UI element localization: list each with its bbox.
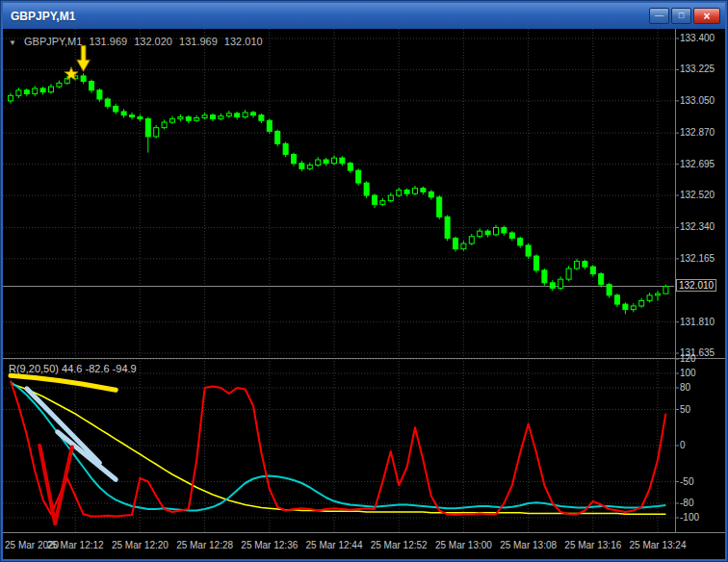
price-tick-label: 132.165: [680, 253, 715, 264]
ohlc-info[interactable]: ▼ GBPJPY,M1 131.969 132.020 131.969 132.…: [9, 36, 267, 47]
time-tick-label: 25 Mar 13:24: [630, 540, 687, 550]
time-tick-label: 25 Mar 12:20: [112, 540, 169, 550]
window-controls: — □ ×: [649, 8, 725, 24]
price-tick-label: 132.695: [680, 159, 715, 169]
object-blue_trend_1: [27, 389, 100, 463]
close-button[interactable]: ×: [693, 8, 720, 24]
ohlc-symbol: GBPJPY,M1: [24, 36, 82, 47]
time-tick-label: 25 Mar 12:44: [306, 540, 363, 550]
price-tick-label: 133.050: [680, 95, 715, 106]
time-tick-label: 25 Mar 12:52: [371, 540, 428, 550]
indicator-tick-label: -50: [680, 476, 693, 487]
ohlc-low: 131.969: [179, 36, 218, 47]
chart-canvas[interactable]: [3, 29, 725, 559]
time-tick-label: 25 Mar 12:28: [176, 540, 233, 550]
ohlc-close: 132.010: [224, 36, 263, 47]
time-tick-label: 25 Mar 13:16: [564, 540, 621, 550]
indicator-tick-label: -80: [680, 498, 693, 508]
sell-arrow-icon: [77, 45, 91, 71]
restore-button[interactable]: □: [671, 8, 691, 24]
object-red_zigzag: [39, 446, 72, 524]
price-tick-label: 132.340: [680, 221, 715, 232]
indicator-tick-label: 0: [680, 440, 686, 450]
indicator-tick-label: 80: [680, 382, 690, 393]
indicator-tick-label: 100: [680, 368, 696, 378]
ohlc-open: 131.969: [89, 36, 127, 47]
time-tick-label: 25 Mar 12:36: [241, 540, 298, 550]
time-tick-label: 25 Mar 13:00: [435, 540, 492, 550]
indicator-tick-label: 50: [680, 404, 690, 415]
price-tick-label: 132.520: [680, 190, 715, 200]
indicator-tick-label: -100: [680, 512, 699, 523]
price-tick-label: 132.870: [680, 127, 715, 138]
indicator-line-medium: [11, 382, 665, 511]
symbol-dropdown-icon[interactable]: ▼: [9, 38, 16, 47]
ohlc-high: 132.020: [134, 36, 172, 47]
window-title: GBPJPY,M1: [3, 10, 75, 23]
indicator-label: R(9,20,50) 44.6 -82.6 -94.9: [9, 363, 137, 374]
minimize-button[interactable]: —: [649, 8, 669, 24]
price-tick-label: 133.400: [680, 33, 715, 43]
time-tick-label: 25 Mar 13:08: [500, 540, 557, 550]
current-price-label: 132.010: [676, 279, 716, 292]
time-tick-label: 25 Mar 12:12: [47, 540, 104, 550]
indicator-tick-label: 120: [680, 353, 696, 364]
price-tick-label: 131.810: [680, 317, 715, 327]
chart-area[interactable]: ▼ GBPJPY,M1 131.969 132.020 131.969 132.…: [3, 29, 725, 559]
title-bar[interactable]: GBPJPY,M1 — □ ×: [3, 3, 725, 29]
price-tick-label: 133.225: [680, 64, 715, 74]
chart-window: GBPJPY,M1 — □ × ▼ GBPJPY,M1 131.969 132.…: [0, 0, 728, 562]
